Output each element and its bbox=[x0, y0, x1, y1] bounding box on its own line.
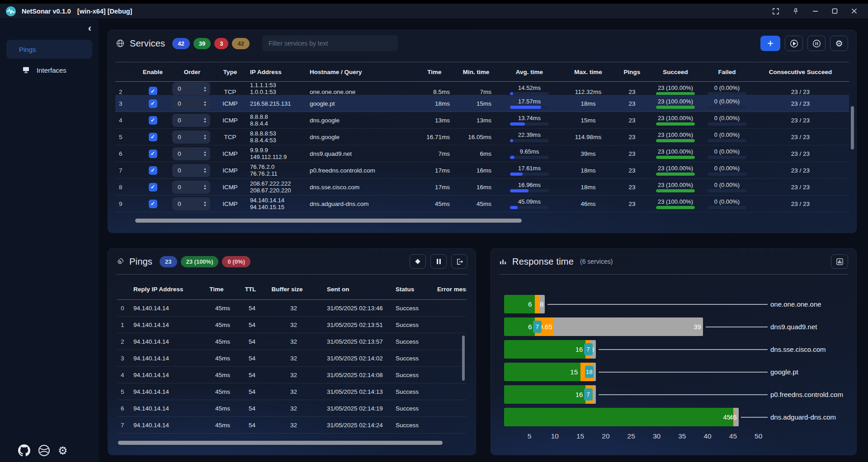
order-spinner[interactable]: 0▲▼ bbox=[172, 197, 210, 210]
ping-row[interactable]: 394.140.14.1445ms543231/05/2025 02:14:02… bbox=[117, 350, 467, 367]
min-time-value: 7ms bbox=[454, 89, 498, 95]
spinner-arrows-icon[interactable]: ▲▼ bbox=[203, 184, 210, 190]
spinner-arrows-icon[interactable]: ▲▼ bbox=[203, 167, 210, 173]
enable-checkbox[interactable]: ✓ bbox=[149, 183, 157, 191]
service-row[interactable]: 2✓0▲▼TCP1.1.1.1:531.0.0.1:53one.one.one.… bbox=[115, 82, 849, 95]
order-spinner[interactable]: 0▲▼ bbox=[172, 181, 210, 194]
ping-row[interactable]: 294.140.14.1445ms543231/05/2025 02:13:57… bbox=[117, 333, 467, 350]
enable-checkbox[interactable]: ✓ bbox=[149, 133, 157, 141]
succeed-bar bbox=[656, 122, 695, 126]
ping-row[interactable]: 694.140.14.1445ms543231/05/2025 02:14:19… bbox=[117, 400, 467, 417]
order-spinner[interactable]: 0▲▼ bbox=[172, 147, 210, 160]
spinner-arrows-icon[interactable]: ▲▼ bbox=[203, 100, 210, 107]
ping-row[interactable]: 594.140.14.1445ms543231/05/2025 02:14:13… bbox=[117, 383, 467, 400]
buffer-size: 32 bbox=[264, 372, 310, 378]
current-time-marker: 7 bbox=[584, 343, 593, 355]
ip-line: 76.76.2.11 bbox=[250, 170, 306, 177]
service-row[interactable]: 7✓0▲▼ICMP76.76.2.076.76.2.11p0.freedns.c… bbox=[115, 162, 849, 179]
bar-fill bbox=[656, 122, 695, 126]
ping-row[interactable]: 794.140.14.1445ms543231/05/2025 02:14:24… bbox=[117, 417, 467, 434]
enable-checkbox[interactable]: ✓ bbox=[149, 87, 157, 95]
play-button[interactable] bbox=[785, 36, 803, 51]
avg-time-bar bbox=[510, 122, 549, 126]
pin-button[interactable] bbox=[793, 8, 799, 14]
spinner-arrows-icon[interactable]: ▲▼ bbox=[203, 86, 210, 92]
service-row[interactable]: 5✓0▲▼TCP8.8.8.8:538.8.4.4:53dns.google16… bbox=[115, 129, 849, 145]
ip-address: 8.8.8.8:538.8.4.4:53 bbox=[246, 130, 306, 144]
chart-options-button[interactable] bbox=[831, 254, 848, 269]
services-horizontal-scrollbar[interactable] bbox=[135, 219, 522, 223]
enable-checkbox[interactable]: ✓ bbox=[149, 166, 157, 175]
pings-horizontal-scrollbar[interactable] bbox=[118, 441, 443, 445]
max-time-value: 18ms bbox=[561, 184, 615, 191]
close-button[interactable] bbox=[851, 8, 857, 14]
order-spinner[interactable]: 0▲▼ bbox=[172, 82, 210, 95]
succeed-label: 23 (100.00%) bbox=[658, 182, 693, 188]
ping-row[interactable]: 094.140.14.1445ms543231/05/2025 02:13:46… bbox=[117, 300, 467, 317]
failed-bar bbox=[708, 122, 746, 126]
service-row[interactable]: 4✓0▲▼ICMP8.8.8.88.8.4.4dns.google13ms13m… bbox=[115, 112, 849, 129]
avg-time-bar bbox=[510, 173, 549, 176]
max-time-value: 15ms bbox=[561, 117, 615, 124]
pause-pings-button[interactable] bbox=[430, 254, 447, 269]
order-spinner[interactable]: 0▲▼ bbox=[172, 114, 210, 127]
spinner-arrows-icon[interactable]: ▲▼ bbox=[203, 201, 210, 207]
avg-time-bar bbox=[510, 206, 549, 209]
consecutive-succeed: 23 / 23 bbox=[752, 100, 849, 107]
enable-checkbox[interactable]: ✓ bbox=[149, 149, 157, 158]
ping-row[interactable]: 194.140.14.1445ms543231/05/2025 02:13:51… bbox=[117, 317, 467, 333]
order-spinner[interactable]: 0▲▼ bbox=[172, 131, 210, 144]
add-service-button[interactable]: + bbox=[760, 36, 780, 51]
enable-checkbox[interactable]: ✓ bbox=[149, 99, 157, 108]
order-spinner[interactable]: 0▲▼ bbox=[172, 164, 210, 177]
ping-time: 45ms bbox=[197, 322, 236, 328]
column-header: Time bbox=[197, 286, 236, 293]
sidebar-collapse-button[interactable]: ‹ bbox=[88, 23, 91, 34]
succeed: 23 (100.00%) bbox=[649, 182, 702, 192]
bar-label: 16 bbox=[504, 385, 583, 404]
services-filter-input[interactable] bbox=[262, 35, 398, 51]
max-time-value: 18ms bbox=[561, 167, 615, 174]
service-row[interactable]: 9✓0▲▼ICMP94.140.14.1494.140.15.15dns.adg… bbox=[115, 196, 849, 212]
service-row[interactable]: 8✓0▲▼ICMP208.67.222.222208.67.220.220dns… bbox=[115, 179, 849, 196]
avg-time-bar bbox=[510, 139, 549, 142]
support-sphere-icon[interactable] bbox=[38, 444, 50, 457]
services-vertical-scrollbar[interactable] bbox=[851, 106, 854, 149]
services-settings-button[interactable]: ⚙ bbox=[830, 36, 848, 51]
sidebar-item-pings[interactable]: Pings bbox=[6, 40, 92, 59]
maximize-button[interactable] bbox=[832, 8, 838, 14]
pings-count: 23 bbox=[615, 100, 649, 107]
github-icon[interactable] bbox=[18, 444, 30, 457]
enable-checkbox[interactable]: ✓ bbox=[149, 116, 157, 125]
settings-gear-icon[interactable]: ⚙ bbox=[58, 445, 68, 457]
hostname: google.pt bbox=[306, 100, 415, 107]
chart-connector-line bbox=[599, 372, 768, 373]
row-number: 2 bbox=[117, 338, 130, 345]
chart-connector-line bbox=[741, 417, 768, 418]
export-pings-button[interactable] bbox=[451, 254, 467, 269]
spinner-arrows-icon[interactable]: ▲▼ bbox=[203, 150, 210, 157]
column-header: Pings bbox=[615, 69, 649, 75]
minimize-button[interactable] bbox=[812, 8, 818, 14]
ip-line: 8.8.4.4 bbox=[250, 120, 306, 127]
hostname: dns.adguard-dns.com bbox=[306, 201, 415, 207]
fullscreen-button[interactable] bbox=[773, 8, 779, 14]
chart-bar-row: 1518google.pt bbox=[491, 363, 856, 381]
bar-fill bbox=[656, 173, 695, 176]
service-row[interactable]: 3✓0▲▼ICMP216.58.215.131google.pt18ms15ms… bbox=[115, 95, 849, 112]
succeed: 23 (100.00%) bbox=[649, 148, 702, 159]
pause-button[interactable] bbox=[807, 36, 826, 51]
time-value: 17ms bbox=[415, 167, 454, 174]
current-time-marker: 18 bbox=[585, 366, 594, 378]
service-row[interactable]: 6✓0▲▼ICMP9.9.9.9149.112.112.9dns9.quad9.… bbox=[115, 145, 849, 162]
clear-pings-button[interactable] bbox=[410, 254, 426, 269]
failed-bar bbox=[708, 106, 746, 109]
ip-address: 76.76.2.076.76.2.11 bbox=[246, 163, 306, 177]
pings-vertical-scrollbar[interactable] bbox=[462, 336, 465, 381]
spinner-arrows-icon[interactable]: ▲▼ bbox=[203, 117, 210, 123]
sidebar-item-interfaces[interactable]: Interfaces bbox=[6, 61, 92, 79]
order-spinner[interactable]: 0▲▼ bbox=[172, 97, 210, 110]
ping-row[interactable]: 494.140.14.1445ms543231/05/2025 02:14:08… bbox=[117, 367, 467, 383]
spinner-arrows-icon[interactable]: ▲▼ bbox=[203, 134, 210, 140]
enable-checkbox[interactable]: ✓ bbox=[149, 200, 157, 208]
